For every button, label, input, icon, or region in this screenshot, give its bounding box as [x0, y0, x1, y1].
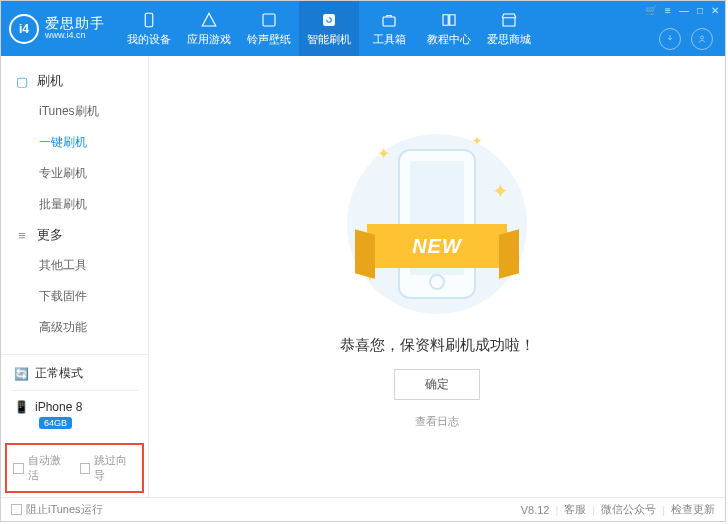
book-icon — [440, 11, 458, 29]
sidebar-section-flash[interactable]: ▢ 刷机 — [1, 66, 148, 96]
nav-label: 智能刷机 — [307, 32, 351, 47]
sidebar-item-itunes-flash[interactable]: iTunes刷机 — [39, 96, 148, 127]
nav-my-device[interactable]: 我的设备 — [119, 1, 179, 56]
auto-activate-checkbox[interactable]: 自动激活 — [13, 453, 70, 483]
status-mode-label: 正常模式 — [35, 365, 83, 382]
nav-apps[interactable]: 应用游戏 — [179, 1, 239, 56]
more-icon: ≡ — [15, 228, 29, 242]
version-label: V8.12 — [521, 504, 550, 516]
body: ▢ 刷机 iTunes刷机 一键刷机 专业刷机 批量刷机 ≡ 更多 其他工具 下… — [1, 56, 725, 497]
footer-right: V8.12 | 客服 | 微信公众号 | 检查更新 — [521, 502, 715, 517]
wechat-link[interactable]: 微信公众号 — [601, 502, 656, 517]
block-itunes-checkbox[interactable]: 阻止iTunes运行 — [11, 502, 103, 517]
top-nav: 我的设备 应用游戏 铃声壁纸 智能刷机 工具箱 教程中心 — [119, 1, 539, 56]
sidebar-item-download-firmware[interactable]: 下载固件 — [39, 281, 148, 312]
sidebar-section-more[interactable]: ≡ 更多 — [1, 220, 148, 250]
sidebar-status: 🔄 正常模式 📱 iPhone 8 64GB — [1, 354, 148, 439]
sidebar-item-pro-flash[interactable]: 专业刷机 — [39, 158, 148, 189]
phone-outline-icon: ▢ — [15, 74, 29, 88]
window-controls: 🛒 ≡ ― □ ✕ — [645, 5, 719, 16]
svg-rect-1 — [263, 14, 275, 26]
sidebar-item-advanced[interactable]: 高级功能 — [39, 312, 148, 343]
svg-rect-2 — [323, 14, 335, 26]
storage-badge: 64GB — [39, 417, 72, 429]
sidebar-item-batch-flash[interactable]: 批量刷机 — [39, 189, 148, 220]
sync-icon: 🔄 — [13, 366, 29, 382]
nav-toolbox[interactable]: 工具箱 — [359, 1, 419, 56]
app-window: i4 爱思助手 www.i4.cn 我的设备 应用游戏 铃声壁纸 智能刷机 — [0, 0, 726, 522]
section-title: 更多 — [37, 226, 63, 244]
nav-label: 教程中心 — [427, 32, 471, 47]
user-icon[interactable] — [691, 28, 713, 50]
nav-label: 我的设备 — [127, 32, 171, 47]
view-log-link[interactable]: 查看日志 — [415, 414, 459, 429]
toolbox-icon — [380, 11, 398, 29]
success-illustration: ✦ ✦ ✦ ✦ NEW — [337, 124, 537, 324]
check-update-link[interactable]: 检查更新 — [671, 502, 715, 517]
logo-icon: i4 — [9, 14, 39, 44]
checkbox-label: 自动激活 — [28, 453, 70, 483]
nav-label: 铃声壁纸 — [247, 32, 291, 47]
brand-site: www.i4.cn — [45, 31, 105, 41]
title-bar: i4 爱思助手 www.i4.cn 我的设备 应用游戏 铃声壁纸 智能刷机 — [1, 1, 725, 56]
main-content: ✦ ✦ ✦ ✦ NEW 恭喜您，保资料刷机成功啦！ 确定 查看日志 — [149, 56, 725, 497]
brand-name: 爱思助手 — [45, 16, 105, 31]
download-icon[interactable] — [659, 28, 681, 50]
nav-store[interactable]: 爱思商城 — [479, 1, 539, 56]
refresh-icon — [320, 11, 338, 29]
status-device[interactable]: 📱 iPhone 8 64GB — [11, 395, 138, 433]
checkbox-label: 阻止iTunes运行 — [26, 502, 103, 517]
svg-rect-0 — [145, 13, 153, 27]
apps-icon — [200, 11, 218, 29]
sidebar-item-oneclick-flash[interactable]: 一键刷机 — [39, 127, 148, 158]
header-actions — [659, 28, 713, 50]
status-mode[interactable]: 🔄 正常模式 — [11, 361, 138, 386]
brand-text: 爱思助手 www.i4.cn — [45, 16, 105, 41]
ok-button[interactable]: 确定 — [394, 369, 480, 400]
nav-tutorials[interactable]: 教程中心 — [419, 1, 479, 56]
nav-flash[interactable]: 智能刷机 — [299, 1, 359, 56]
cart-icon[interactable]: 🛒 — [645, 5, 657, 16]
nav-label: 应用游戏 — [187, 32, 231, 47]
brand-logo: i4 爱思助手 www.i4.cn — [9, 14, 105, 44]
nav-label: 工具箱 — [373, 32, 406, 47]
store-icon — [500, 11, 518, 29]
support-link[interactable]: 客服 — [564, 502, 586, 517]
wallpaper-icon — [260, 11, 278, 29]
sidebar: ▢ 刷机 iTunes刷机 一键刷机 专业刷机 批量刷机 ≡ 更多 其他工具 下… — [1, 56, 149, 497]
checkbox-icon — [11, 504, 22, 515]
skip-guide-checkbox[interactable]: 跳过向导 — [80, 453, 137, 483]
close-icon[interactable]: ✕ — [711, 5, 719, 16]
checkbox-icon — [13, 463, 24, 474]
maximize-icon[interactable]: □ — [697, 5, 703, 16]
device-icon: 📱 — [13, 399, 29, 415]
checkbox-icon — [80, 463, 91, 474]
sidebar-scroll: ▢ 刷机 iTunes刷机 一键刷机 专业刷机 批量刷机 ≡ 更多 其他工具 下… — [1, 56, 148, 354]
sidebar-item-other-tools[interactable]: 其他工具 — [39, 250, 148, 281]
minimize-icon[interactable]: ― — [679, 5, 689, 16]
section-title: 刷机 — [37, 72, 63, 90]
menu-icon[interactable]: ≡ — [665, 5, 671, 16]
new-ribbon: NEW — [367, 224, 507, 268]
nav-ringtones[interactable]: 铃声壁纸 — [239, 1, 299, 56]
phone-icon — [140, 11, 158, 29]
nav-label: 爱思商城 — [487, 32, 531, 47]
success-message: 恭喜您，保资料刷机成功啦！ — [340, 336, 535, 355]
checkbox-label: 跳过向导 — [94, 453, 136, 483]
status-device-label: iPhone 8 — [35, 400, 82, 414]
status-bar: 阻止iTunes运行 V8.12 | 客服 | 微信公众号 | 检查更新 — [1, 497, 725, 521]
svg-rect-3 — [383, 17, 395, 26]
svg-point-4 — [701, 36, 704, 39]
sidebar-options-highlight: 自动激活 跳过向导 — [5, 443, 144, 493]
